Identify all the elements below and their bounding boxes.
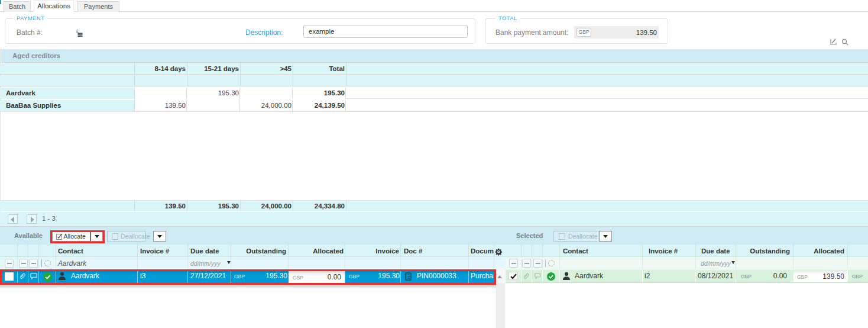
svg-text:£: £: [76, 30, 79, 33]
